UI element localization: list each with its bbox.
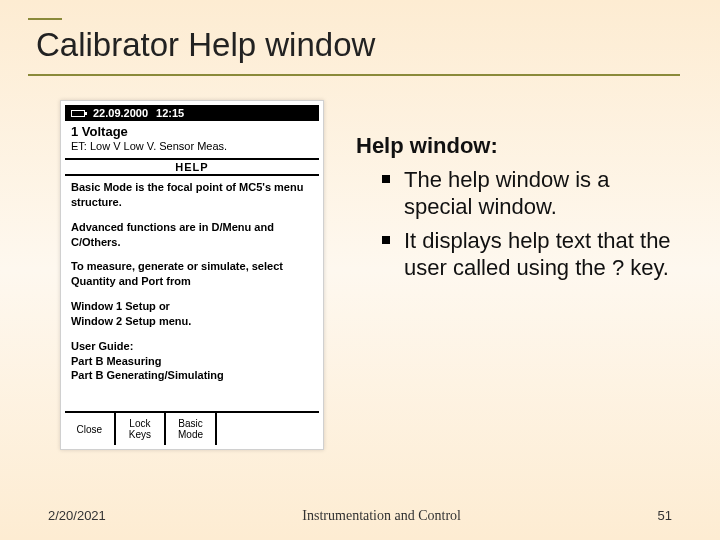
body-heading: Help window: <box>356 132 680 160</box>
slide-title: Calibrator Help window <box>28 26 680 72</box>
footer-date: 2/20/2021 <box>48 508 106 524</box>
slide-title-block: Calibrator Help window <box>28 18 680 76</box>
footer-page: 51 <box>658 508 672 524</box>
device-screenshot: 22.09.2000 12:15 1 Voltage ET: Low V Low… <box>60 100 324 450</box>
help-p4: Window 1 Setup or <box>71 299 313 314</box>
help-title-bar: HELP <box>65 160 319 176</box>
list-item: The help window is a special window. <box>382 166 680 221</box>
body-list: The help window is a special window. It … <box>356 166 680 282</box>
footer-center: Instrumentation and Control <box>302 508 461 524</box>
status-date: 22.09.2000 <box>93 107 148 119</box>
device-header: 1 Voltage ET: Low V Low V. Sensor Meas. <box>65 121 319 160</box>
device-header-line1: 1 Voltage <box>71 124 313 140</box>
help-body: Basic Mode is the focal point of MC5's m… <box>65 176 319 413</box>
slide-body-text: Help window: The help window is a specia… <box>356 132 680 288</box>
softkey-empty <box>217 413 319 445</box>
slide-footer: 2/20/2021 Instrumentation and Control 51 <box>48 508 672 524</box>
softkey-basic-mode[interactable]: BasicMode <box>166 413 217 445</box>
soft-key-row: Close LockKeys BasicMode <box>65 413 319 445</box>
title-underline <box>28 74 680 76</box>
list-item: It displays help text that the user call… <box>382 227 680 282</box>
device-status-bar: 22.09.2000 12:15 <box>65 105 319 121</box>
device-header-line2: ET: Low V Low V. Sensor Meas. <box>71 140 313 154</box>
status-time: 12:15 <box>156 107 184 119</box>
help-p7: Part B Measuring <box>71 354 313 369</box>
help-p1: Basic Mode is the focal point of MC5's m… <box>71 180 313 210</box>
softkey-close[interactable]: Close <box>65 413 116 445</box>
help-p3: To measure, generate or simulate, select… <box>71 259 313 289</box>
softkey-lock-keys[interactable]: LockKeys <box>116 413 167 445</box>
battery-icon <box>71 110 85 117</box>
help-p8: Part B Generating/Simulating <box>71 368 313 383</box>
help-p2: Advanced functions are in D/Menu and C/O… <box>71 220 313 250</box>
title-accent-top <box>28 18 62 20</box>
help-p6: User Guide: <box>71 339 313 354</box>
help-p5: Window 2 Setup menu. <box>71 314 313 329</box>
calibrator-device-screen: 22.09.2000 12:15 1 Voltage ET: Low V Low… <box>65 105 319 445</box>
